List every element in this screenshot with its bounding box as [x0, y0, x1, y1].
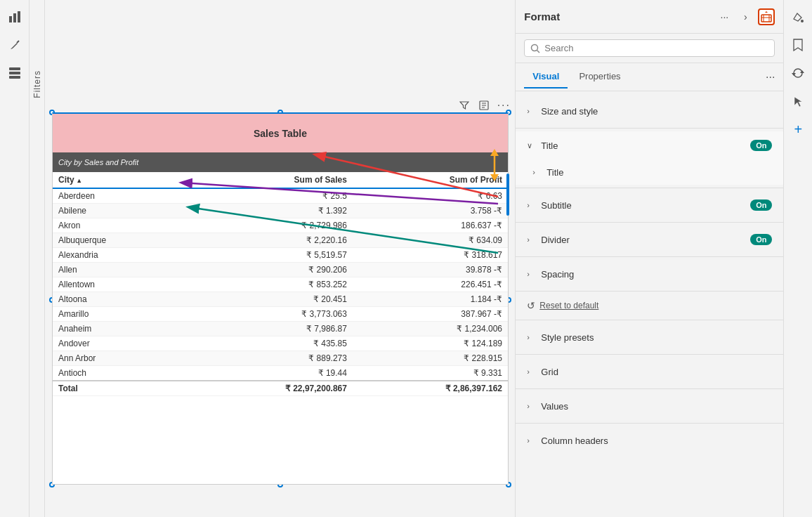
- cell-profit: ₹ 228.915: [353, 351, 508, 366]
- section-size-style[interactable]: › Size and style: [516, 97, 783, 125]
- table-row: Anaheim ₹ 7,986.87 ₹ 1,234.006: [53, 322, 508, 336]
- toggle-title[interactable]: On: [750, 140, 772, 151]
- divider-4: [516, 256, 783, 257]
- paint-bucket-icon[interactable]: [787, 6, 809, 28]
- cell-city: Alexandria: [53, 248, 187, 263]
- filter-icon[interactable]: [456, 97, 473, 114]
- divider-3: [516, 222, 783, 223]
- format-sections: › Size and style ∨ Title On › Title › Su…: [516, 91, 783, 517]
- filters-label: Filters: [32, 70, 42, 98]
- divider-1: [516, 128, 783, 129]
- divider-8: [516, 388, 783, 389]
- reset-label[interactable]: Reset to default: [539, 301, 598, 310]
- visual-toolbar: ···: [456, 97, 512, 114]
- ellipsis-icon[interactable]: ···: [716, 8, 733, 25]
- toggle-subtitle[interactable]: On: [750, 199, 772, 211]
- cell-sales: ₹ 19.44: [187, 366, 353, 381]
- format-visual-icon[interactable]: [758, 8, 775, 25]
- section-label-spacing: Spacing: [541, 269, 772, 280]
- table-row: Allen ₹ 290.206 39.878 -₹: [53, 263, 508, 277]
- svg-point-20: [801, 20, 804, 22]
- col-header-sales[interactable]: Sum of Sales: [187, 172, 353, 188]
- format-header-icons: ··· ›: [716, 8, 775, 25]
- col-header-profit[interactable]: Sum of Profit: [353, 172, 508, 188]
- section-style-presets[interactable]: › Style presets: [516, 323, 783, 351]
- section-divider[interactable]: › Divider On: [516, 225, 783, 254]
- section-chevron-divider: ›: [527, 235, 535, 244]
- cell-sales: ₹ 5,519.57: [187, 248, 353, 263]
- expand-icon[interactable]: [476, 97, 492, 114]
- chevron-right-icon[interactable]: ›: [737, 8, 754, 25]
- section-chevron-style-presets: ›: [527, 333, 535, 341]
- cell-city: Aberdeen: [53, 188, 187, 204]
- cell-city: Albuquerque: [53, 233, 187, 248]
- section-label-size-style: Size and style: [541, 106, 772, 117]
- section-label-column-headers: Column headers: [541, 436, 772, 446]
- cell-city: Anaheim: [53, 322, 187, 336]
- bookmark-icon[interactable]: [787, 34, 809, 56]
- cursor-icon[interactable]: [787, 90, 809, 112]
- search-input[interactable]: [544, 43, 768, 53]
- visual-header: Sales Table: [53, 114, 508, 152]
- cell-sales: ₹ 1.392: [187, 204, 353, 218]
- section-subtitle[interactable]: › Subtitle On: [516, 191, 783, 219]
- section-chevron-spacing: ›: [527, 270, 535, 278]
- cell-city: Allen: [53, 263, 187, 277]
- cell-city: Amarillo: [53, 307, 187, 322]
- cell-sales: ₹ 2,729.986: [187, 218, 353, 233]
- section-spacing[interactable]: › Spacing: [516, 260, 783, 288]
- cell-sales: ₹ 3,773.063: [187, 307, 353, 322]
- cell-city: Andover: [53, 336, 187, 351]
- table-container: City Sum of Sales Sum of Profit Aberdeen…: [53, 172, 508, 484]
- add-icon[interactable]: +: [787, 118, 809, 140]
- table-row: Aberdeen ₹ 25.5 ₹ 6.63: [53, 188, 508, 204]
- section-grid[interactable]: › Grid: [516, 358, 783, 386]
- section-chevron-grid: ›: [527, 367, 535, 376]
- table-row: Albuquerque ₹ 2,220.16 ₹ 634.09: [53, 233, 508, 248]
- subsection-chevron-title: ›: [532, 168, 541, 176]
- col-header-city[interactable]: City: [53, 172, 187, 188]
- cell-profit: 186.637 -₹: [353, 218, 508, 233]
- table-row: Andover ₹ 435.85 ₹ 124.189: [53, 336, 508, 351]
- tab-more-icon[interactable]: ···: [766, 71, 775, 84]
- cell-total-sales: ₹ 22,97,200.867: [187, 381, 353, 396]
- sync-icon[interactable]: [787, 62, 809, 84]
- bar-chart-icon[interactable]: [4, 6, 26, 28]
- svg-rect-0: [9, 16, 12, 22]
- table-row: Akron ₹ 2,729.986 186.637 -₹: [53, 218, 508, 233]
- visual-wrapper: Sales Table City by Sales and Profit Cit…: [52, 112, 509, 485]
- section-column-headers[interactable]: › Column headers: [516, 426, 783, 454]
- data-icon[interactable]: [4, 62, 26, 84]
- brush-icon[interactable]: [4, 34, 26, 56]
- svg-rect-6: [9, 76, 20, 79]
- cell-sales: ₹ 20.451: [187, 292, 353, 307]
- tab-visual[interactable]: Visual: [524, 65, 568, 89]
- tab-properties[interactable]: Properties: [570, 65, 629, 89]
- svg-rect-2: [18, 11, 20, 22]
- subsection-title[interactable]: › Title: [516, 159, 783, 185]
- right-panel: Format ··· › Visua: [515, 0, 783, 517]
- filters-bar[interactable]: Filters: [30, 0, 45, 517]
- cell-total-profit: ₹ 2,86,397.162: [353, 381, 508, 396]
- divider-5: [516, 291, 783, 292]
- cell-sales: ₹ 435.85: [187, 336, 353, 351]
- cell-sales: ₹ 290.206: [187, 263, 353, 277]
- reset-row[interactable]: ↺ Reset to default: [516, 294, 783, 317]
- cell-city: Altoona: [53, 292, 187, 307]
- svg-marker-21: [800, 70, 804, 73]
- table-row: Altoona ₹ 20.451 1.184 -₹: [53, 292, 508, 307]
- table-row: Antioch ₹ 19.44 ₹ 9.331: [53, 366, 508, 381]
- svg-rect-5: [9, 72, 20, 74]
- toggle-divider[interactable]: On: [750, 234, 772, 245]
- section-title-header[interactable]: ∨ Title On: [516, 131, 783, 159]
- cell-profit: 1.184 -₹: [353, 292, 508, 307]
- section-label-divider: Divider: [541, 235, 750, 245]
- left-panel: Filters ···: [0, 0, 515, 517]
- tab-bar: Visual Properties ···: [516, 63, 783, 91]
- divider-7: [516, 354, 783, 355]
- search-input-wrap[interactable]: [524, 39, 775, 57]
- visual-title: Sales Table: [254, 128, 307, 139]
- section-values[interactable]: › Values: [516, 392, 783, 420]
- far-right-sidebar: +: [783, 0, 812, 517]
- cell-profit: 226.451 -₹: [353, 277, 508, 292]
